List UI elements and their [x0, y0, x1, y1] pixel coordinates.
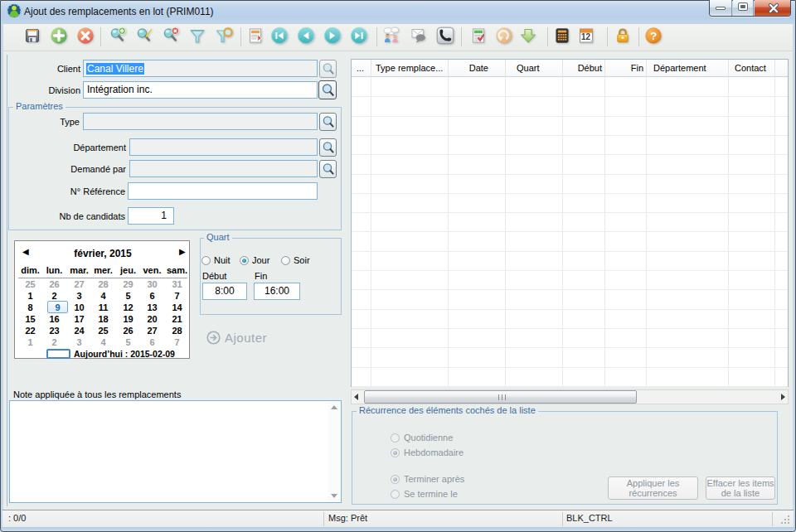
svg-text:?: ?	[650, 30, 657, 42]
svg-text:12: 12	[581, 32, 591, 41]
